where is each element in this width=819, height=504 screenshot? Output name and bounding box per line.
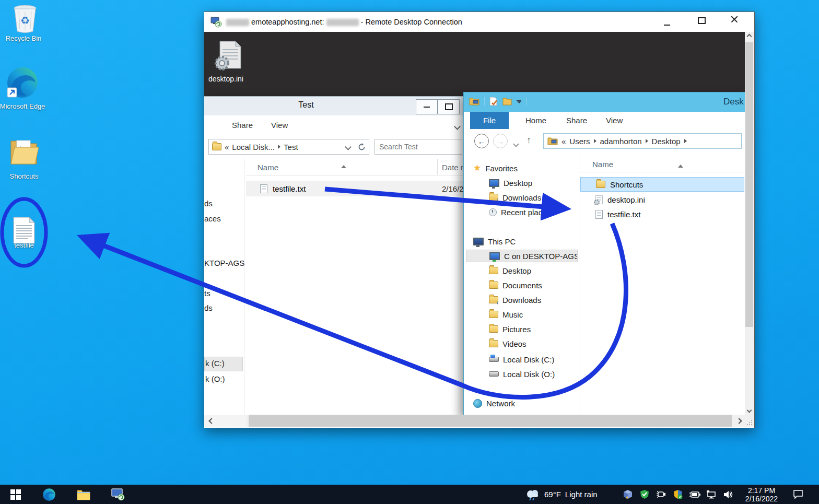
file-row-desktop-ini[interactable]: desktop.ini	[580, 192, 744, 207]
tab-home[interactable]: Home	[525, 116, 546, 125]
nav-pc-pictures[interactable]: Pictures	[489, 323, 531, 335]
nav-fragment[interactable]: ds	[204, 199, 213, 208]
desktop-address-bar[interactable]: « Users adamhorton Desktop	[543, 133, 742, 149]
qat-dropdown-icon[interactable]	[517, 100, 521, 103]
edge-icon	[42, 488, 56, 501]
nav-fragment[interactable]: ds	[204, 303, 213, 312]
nav-local-disk-c[interactable]: Local Disk (C:)	[489, 353, 554, 366]
tab-view[interactable]: View	[606, 116, 623, 125]
scrollbar-thumb[interactable]	[249, 415, 732, 427]
shortcuts-folder-icon[interactable]: 3CT	[9, 137, 39, 167]
nav-pc-videos[interactable]: Videos	[489, 337, 526, 350]
scrollbar-thumb[interactable]	[745, 42, 753, 327]
history-dropdown-icon[interactable]	[514, 139, 518, 148]
taskbar-clock[interactable]: 2:17 PM 2/16/2022	[739, 485, 785, 504]
column-header-name[interactable]: Name	[592, 160, 613, 169]
tray-shield-check-icon[interactable]	[637, 485, 652, 504]
tab-view[interactable]: View	[271, 121, 288, 130]
nav-favorites[interactable]: ★ Favorites	[473, 162, 518, 174]
weather-condition: Light rain	[565, 490, 598, 499]
nav-favorites-downloads[interactable]: ↓ Downloads	[489, 191, 541, 204]
weather-status[interactable]: 69°F Light rain	[544, 485, 617, 504]
breadcrumb-desktop[interactable]: Desktop	[652, 137, 681, 146]
nav-this-pc[interactable]: This PC	[473, 235, 516, 248]
address-dropdown-icon[interactable]	[345, 144, 352, 150]
tray-battery-icon[interactable]	[687, 485, 702, 504]
taskbar-rdp-button[interactable]	[107, 485, 130, 504]
tab-file[interactable]: File	[470, 112, 509, 129]
sort-ascending-icon[interactable]	[341, 156, 346, 166]
file-row-shortcuts[interactable]: Shortcuts	[580, 177, 744, 192]
nav-favorites-desktop[interactable]: Desktop	[489, 177, 532, 189]
recycle-bin-icon[interactable]: ♻	[10, 2, 40, 33]
sort-ascending-icon[interactable]	[678, 156, 683, 165]
nav-fragment[interactable]: aces	[204, 214, 221, 223]
tray-cube-icon[interactable]: ★	[621, 485, 635, 504]
tab-share[interactable]: Share	[232, 121, 253, 130]
tray-volume-icon[interactable]	[721, 485, 736, 504]
tray-camera-icon[interactable]	[654, 485, 669, 504]
breadcrumb-adamhorton[interactable]: adamhorton	[600, 137, 642, 146]
test-minimize-button[interactable]	[416, 99, 438, 114]
up-button-icon[interactable]: ↑	[526, 135, 531, 146]
nav-local-disk-o[interactable]: Local Disk (O:)	[489, 368, 555, 380]
remote-desktop-ini-icon[interactable]	[214, 40, 243, 73]
rdp-close-button[interactable]	[731, 16, 738, 25]
nav-favorites-recent-places[interactable]: Recent places	[489, 206, 551, 218]
rdp-horizontal-scrollbar[interactable]	[204, 415, 745, 427]
taskbar-explorer-button[interactable]	[72, 485, 95, 504]
nav-network[interactable]: Network	[473, 397, 515, 409]
nav-c-on-desktop[interactable]: C on DESKTOP-AGS	[466, 250, 578, 262]
test-window-titlebar[interactable]: Test	[204, 97, 463, 116]
nav-pc-desktop[interactable]: Desktop	[489, 264, 531, 277]
scroll-up-icon[interactable]	[745, 32, 754, 41]
back-button-icon[interactable]: ←	[474, 134, 489, 148]
nav-pc-documents[interactable]: Documents	[489, 279, 542, 291]
tab-share[interactable]: Share	[566, 116, 587, 125]
start-button[interactable]	[4, 485, 27, 504]
test-explorer-window: Test Share View « Local Disk...	[204, 96, 463, 415]
ribbon-expand-chevron-icon[interactable]	[455, 122, 460, 131]
nav-pc-downloads[interactable]: ↓ Downloads	[489, 294, 541, 306]
tray-network-icon[interactable]	[704, 485, 719, 504]
rdp-minimize-button[interactable]	[664, 18, 670, 28]
weather-icon[interactable]	[522, 485, 543, 504]
test-maximize-button[interactable]	[438, 99, 460, 114]
search-input[interactable]	[375, 139, 462, 155]
scroll-right-icon[interactable]	[733, 415, 745, 427]
rdp-titlebar[interactable]: emoteapphosting.net: - Remote Desktop Co…	[204, 12, 754, 32]
rdp-session-viewport: desktop.ini Test Share View	[204, 32, 745, 415]
redacted-port	[326, 19, 359, 26]
column-divider[interactable]	[437, 159, 438, 175]
rdp-vertical-scrollbar[interactable]	[745, 32, 754, 415]
file-row-testfile[interactable]: testfile.txt	[580, 207, 744, 221]
qat-folder-icon[interactable]	[502, 97, 512, 106]
nav-pc-music[interactable]: Music	[489, 308, 523, 321]
breadcrumb-collapse[interactable]: «	[561, 137, 566, 146]
breadcrumb-collapse[interactable]: «	[225, 143, 229, 151]
nav-fragment[interactable]: k (O:)	[205, 374, 225, 383]
nav-fragment[interactable]: k (C:)	[205, 359, 225, 368]
file-row-testfile[interactable]: testfile.txt 2/16/2	[246, 181, 463, 196]
refresh-icon[interactable]	[358, 143, 366, 151]
rdp-maximize-button[interactable]	[698, 17, 706, 26]
nav-fragment[interactable]: ts	[204, 289, 210, 298]
breadcrumb-users[interactable]: Users	[569, 137, 590, 146]
desktop-window-titlebar[interactable]: Desk	[464, 92, 745, 112]
forward-button-icon[interactable]: →	[493, 134, 508, 148]
scroll-down-icon[interactable]	[745, 406, 754, 415]
taskbar-edge-button[interactable]	[38, 485, 61, 504]
qat-new-item-icon[interactable]	[489, 97, 498, 106]
breadcrumb-test[interactable]: Test	[284, 143, 298, 151]
scroll-left-icon[interactable]	[204, 415, 246, 427]
microsoft-edge-icon[interactable]	[6, 67, 39, 100]
breadcrumb-local-disk[interactable]: Local Disk...	[232, 143, 275, 151]
testfile-icon[interactable]	[13, 216, 36, 244]
tray-defender-icon[interactable]	[671, 485, 685, 504]
test-address-bar[interactable]: « Local Disk... Test	[208, 139, 369, 155]
action-center-icon[interactable]	[788, 485, 809, 504]
local-disk-c-icon	[489, 357, 499, 362]
column-header-name[interactable]: Name	[258, 163, 278, 172]
resize-grip[interactable]	[745, 415, 754, 427]
nav-fragment[interactable]: KTOP-AGS	[204, 259, 244, 267]
